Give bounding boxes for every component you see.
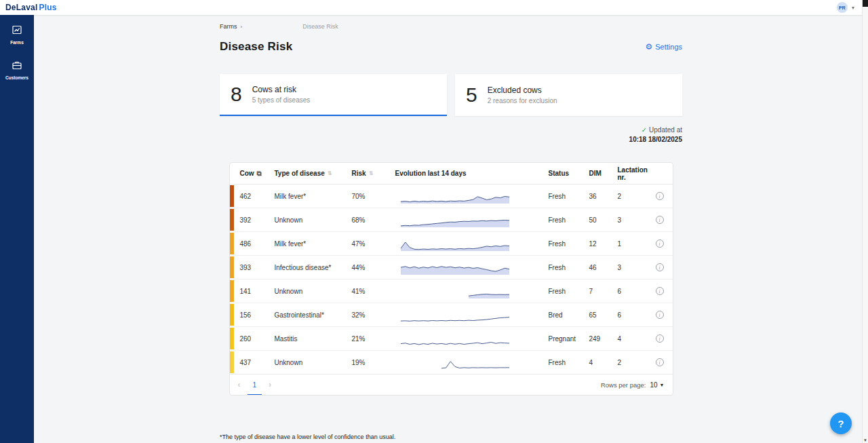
evolution-sparkline (395, 211, 549, 229)
disease-type: Unknown (275, 359, 352, 366)
info-icon[interactable]: i (656, 192, 664, 200)
column-header-lactation: Lactation nr. (618, 166, 656, 181)
disease-type: Milk fever* (275, 240, 352, 248)
risk-level-bar (230, 209, 234, 231)
gear-icon: ⚙ (645, 42, 652, 52)
risk-percentage: 44% (352, 264, 395, 271)
cow-status: Fresh (549, 193, 589, 200)
info-icon[interactable]: i (656, 216, 664, 224)
rows-per-page-value: 10 (650, 381, 657, 389)
dim-value: 65 (589, 311, 618, 319)
excluded-cows-count: 5 (466, 83, 477, 107)
table-row[interactable]: 393 Infectious disease* 44% Fresh 46 3 i (230, 256, 673, 280)
scroll-down-icon[interactable]: ▼ (863, 438, 868, 442)
lactation-number: 2 (618, 359, 656, 366)
settings-label: Settings (655, 43, 682, 51)
cow-id: 437 (230, 359, 275, 366)
disease-type: Mastitis (275, 335, 352, 343)
cow-status: Fresh (549, 288, 589, 295)
table-row[interactable]: 260 Mastitis 21% Pregnant 249 4 i (230, 327, 673, 351)
cow-id: 156 (230, 311, 275, 319)
dim-value: 249 (589, 335, 618, 343)
scrollbar-thumb[interactable] (863, 0, 868, 7)
table-row[interactable]: 462 Milk fever* 70% Fresh 36 2 i (230, 185, 673, 208)
info-icon[interactable]: i (656, 311, 664, 319)
rows-per-page-select[interactable]: 10 ▼ (650, 381, 664, 389)
info-icon[interactable]: i (656, 263, 664, 271)
lactation-number: 6 (618, 311, 656, 319)
breadcrumb-current: Disease Risk (302, 23, 338, 30)
table-row[interactable]: 141 Unknown 41% Fresh 7 6 i (230, 280, 673, 303)
cow-id: 260 (230, 335, 275, 343)
lactation-number: 3 (618, 216, 656, 224)
evolution-sparkline (395, 330, 549, 347)
disease-type: Gastrointestinal* (275, 311, 352, 319)
brand-logo: DeLavalPlus (5, 3, 57, 12)
card-subtitle: 5 types of diseases (252, 96, 311, 104)
copy-icon[interactable]: ⧉ (257, 170, 262, 178)
card-excluded-cows[interactable]: 5 Excluded cows 2 reasons for exclusion (455, 74, 682, 116)
dim-value: 50 (589, 216, 618, 224)
card-title: Cows at risk (252, 85, 311, 94)
info-icon[interactable]: i (656, 287, 664, 295)
brand-secondary: Plus (39, 3, 56, 12)
chevron-left-icon[interactable]: ‹ (238, 380, 241, 389)
card-title: Excluded cows (488, 85, 557, 95)
cow-status: Bred (549, 311, 589, 319)
dim-value: 36 (589, 193, 618, 200)
updated-status: ✓Updated at 10:18 18/02/2025 (220, 126, 682, 145)
cow-id: 486 (230, 240, 275, 248)
vertical-scrollbar[interactable]: ▼ (862, 0, 868, 443)
pagination-bar: ‹ 1 › Rows per page: 10 ▼ (230, 374, 673, 395)
lactation-number: 6 (618, 288, 656, 295)
table-row[interactable]: 486 Milk fever* 47% Fresh 12 1 i (230, 232, 673, 256)
updated-timestamp: 10:18 18/02/2025 (220, 135, 682, 145)
lactation-number: 2 (618, 193, 656, 200)
cow-status: Pregnant (549, 335, 589, 343)
lactation-number: 1 (618, 240, 656, 248)
column-header-cow: Cow (240, 170, 254, 177)
rows-per-page-label: Rows per page: (601, 381, 646, 389)
cow-id: 141 (230, 288, 275, 295)
evolution-sparkline (395, 353, 549, 371)
risk-percentage: 32% (352, 311, 395, 319)
card-cows-at-risk[interactable]: 8 Cows at risk 5 types of diseases (220, 74, 447, 116)
info-icon[interactable]: i (656, 239, 664, 248)
cow-status: Fresh (549, 359, 589, 366)
settings-button[interactable]: ⚙ Settings (645, 42, 682, 52)
info-icon[interactable]: i (656, 334, 664, 343)
sort-icon[interactable]: ⇅ (369, 170, 374, 176)
risk-percentage: 41% (352, 288, 395, 295)
help-button[interactable]: ? (830, 412, 852, 434)
sidebar-item-label: Customers (5, 75, 28, 80)
table-row[interactable]: 437 Unknown 19% Fresh 4 2 i (230, 351, 673, 374)
dim-value: 12 (589, 240, 618, 248)
chevron-down-icon[interactable]: ▾ (852, 5, 854, 11)
column-header-dim: DIM (589, 170, 601, 177)
page-number-button[interactable]: 1 (250, 381, 260, 389)
check-icon: ✓ (642, 126, 647, 134)
table-row[interactable]: 392 Unknown 68% Fresh 50 3 i (230, 208, 673, 232)
main-area: Farms › Disease Risk Disease Risk ⚙ Sett… (34, 15, 868, 443)
risk-percentage: 19% (352, 359, 395, 366)
sidebar: Farms Customers (0, 15, 34, 443)
avatar[interactable]: PR (837, 2, 848, 13)
risk-percentage: 21% (352, 335, 395, 343)
cow-status: Fresh (549, 240, 589, 248)
column-header-disease: Type of disease (275, 170, 325, 177)
evolution-sparkline (395, 187, 549, 205)
info-icon[interactable]: i (656, 358, 664, 366)
sort-icon[interactable]: ⇅ (328, 170, 332, 176)
evolution-sparkline (395, 306, 549, 324)
disease-type: Unknown (275, 216, 352, 224)
table-body: 462 Milk fever* 70% Fresh 36 2 i 392 Unk… (230, 185, 673, 374)
sidebar-item-farms[interactable]: Farms (0, 22, 34, 47)
disease-risk-table: Cow ⧉ Type of disease ⇅ Risk ⇅ Evolution… (229, 162, 673, 396)
breadcrumb-farms[interactable]: Farms (220, 23, 237, 30)
chevron-right-icon[interactable]: › (269, 380, 271, 389)
cow-id: 392 (230, 216, 275, 224)
sidebar-item-customers[interactable]: Customers (0, 57, 34, 83)
column-header-evolution: Evolution last 14 days (395, 170, 467, 177)
table-row[interactable]: 156 Gastrointestinal* 32% Bred 65 6 i (230, 303, 673, 327)
table-header: Cow ⧉ Type of disease ⇅ Risk ⇅ Evolution… (230, 163, 673, 185)
